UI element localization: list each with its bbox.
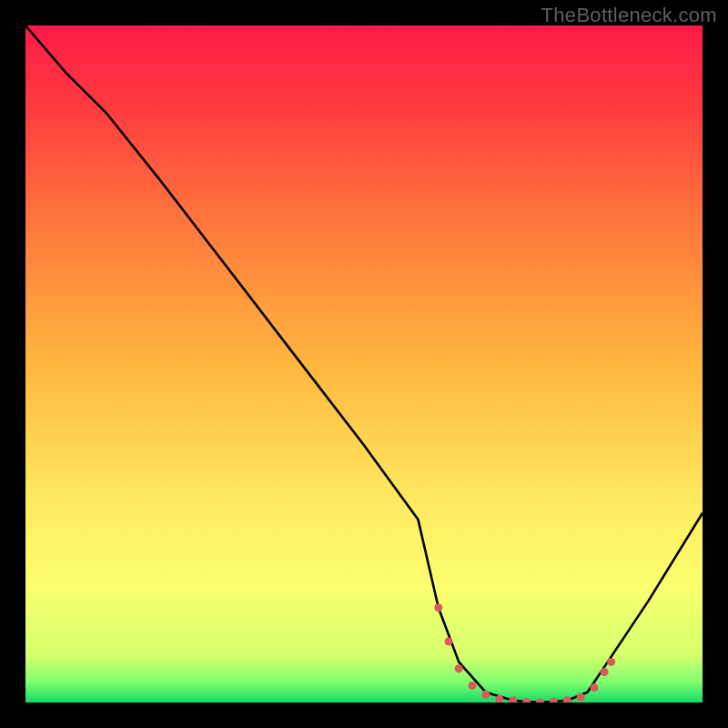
valley-marker-dot bbox=[563, 696, 571, 703]
bottleneck-curve bbox=[25, 25, 703, 703]
valley-marker-dot bbox=[550, 698, 558, 703]
valley-marker-dot bbox=[455, 664, 463, 672]
valley-marker-dot bbox=[601, 668, 609, 676]
valley-marker-dot bbox=[536, 699, 544, 703]
valley-marker-dot bbox=[481, 691, 490, 699]
watermark-text: TheBottleneck.com bbox=[541, 4, 717, 27]
valley-marker-dot bbox=[509, 696, 517, 703]
valley-marker-dot bbox=[469, 682, 477, 690]
valley-marker-dot bbox=[591, 683, 599, 692]
chart-container: TheBottleneck.com bbox=[0, 0, 728, 728]
plot-area bbox=[25, 25, 703, 703]
valley-marker-dot bbox=[434, 603, 442, 612]
curve-layer bbox=[25, 25, 703, 703]
valley-marker-dot bbox=[445, 638, 453, 646]
valley-marker-dot bbox=[577, 693, 585, 702]
valley-marker-dot bbox=[607, 658, 615, 666]
valley-marker-dot bbox=[522, 698, 531, 703]
